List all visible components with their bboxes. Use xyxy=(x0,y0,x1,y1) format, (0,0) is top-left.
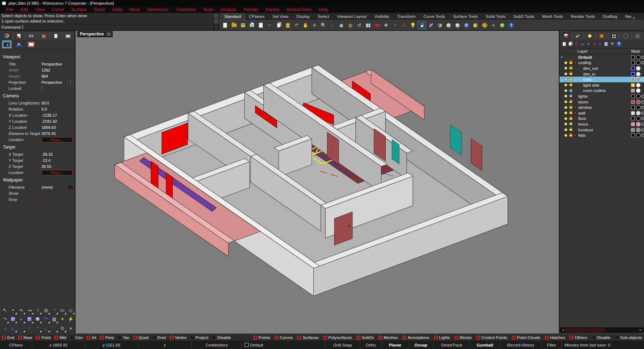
bulb-icon[interactable] xyxy=(564,111,567,115)
osnap-tan[interactable]: Tan xyxy=(118,335,130,340)
lock-icon[interactable] xyxy=(569,112,572,114)
tab-subd-tools[interactable]: SubD Tools xyxy=(509,13,538,20)
bulb-icon[interactable] xyxy=(564,89,567,92)
undo-view-icon[interactable]: ↺ xyxy=(355,21,363,29)
tab-render-tools[interactable]: Render Tools xyxy=(567,13,599,20)
layer-row-doors[interactable]: doors C xyxy=(560,99,644,105)
move-layer-down-button[interactable]: ▼ xyxy=(587,42,590,46)
layer-color-swatch[interactable] xyxy=(631,55,635,59)
current-layer-button[interactable]: Default xyxy=(242,341,326,349)
lock-icon[interactable] xyxy=(569,129,572,131)
loft-icon[interactable]: ◠ xyxy=(42,315,50,324)
zoom-window-icon[interactable]: ◌ xyxy=(328,21,336,29)
curve-edit-icon[interactable]: ↷ xyxy=(1,315,9,324)
lock-icon[interactable] xyxy=(569,89,572,92)
osnap-quad[interactable]: Quad xyxy=(133,335,148,340)
prop-row-zloc[interactable]: Z Location 1859.63 xyxy=(9,124,75,130)
display-tab[interactable] xyxy=(62,32,74,40)
new-layer-button[interactable] xyxy=(562,42,566,46)
tab-select[interactable]: Select xyxy=(314,13,333,20)
layer-color-swatch[interactable] xyxy=(631,83,635,87)
delete-layer-button[interactable]: ✕ xyxy=(574,41,578,47)
trim-icon[interactable]: ◢ xyxy=(1,324,9,333)
material-swatch[interactable] xyxy=(636,122,640,126)
menu-analyze[interactable]: Analyze xyxy=(217,7,239,13)
layer-row-furniture[interactable]: furniture C xyxy=(560,127,644,133)
lights-tab[interactable] xyxy=(584,32,596,40)
fillet-icon[interactable]: ◜ xyxy=(34,324,42,333)
tab-display[interactable]: Display xyxy=(292,13,314,20)
layer-column[interactable]: Layer xyxy=(577,49,631,53)
circle-icon[interactable]: ○ xyxy=(34,306,42,315)
planar-toggle[interactable]: Planar xyxy=(382,341,409,349)
camera-place-button[interactable]: Place... xyxy=(42,137,73,142)
tab-standard[interactable]: Standard xyxy=(220,13,245,20)
viewport-dropdown-icon[interactable]: ▼ xyxy=(106,33,111,36)
osnap-cen[interactable]: Cen xyxy=(70,335,83,340)
osnap-int[interactable]: Int xyxy=(87,335,96,340)
menu-dimension[interactable]: Dimension xyxy=(144,7,172,13)
tab-curve-tools[interactable]: Curve Tools xyxy=(420,13,449,20)
prop-row-projection[interactable]: Projection Perspective ▼ xyxy=(9,79,75,85)
point-group-icon[interactable]: ⁘ xyxy=(17,324,25,333)
layer-row-fence[interactable]: fence C xyxy=(560,121,644,127)
rectangle-icon[interactable]: ▭ xyxy=(58,306,67,315)
grasshopper-icon[interactable] xyxy=(498,21,506,29)
filter-point-clouds[interactable]: Point Clouds xyxy=(512,335,540,340)
draw-order-button[interactable] xyxy=(14,40,24,48)
ghosted-display-icon[interactable] xyxy=(445,21,453,29)
surface-cp-icon[interactable] xyxy=(9,315,17,324)
paste-icon[interactable] xyxy=(284,21,292,29)
tab-cplanes[interactable]: CPlanes xyxy=(245,13,268,20)
layer-row-floor[interactable]: floor C xyxy=(560,116,644,122)
filter-toggle[interactable]: Filter xyxy=(542,341,562,349)
tab-set-view[interactable]: Set View xyxy=(268,13,292,20)
shaded-display-icon[interactable] xyxy=(427,21,435,29)
move-icon[interactable]: ✥ xyxy=(382,21,390,29)
wallpaper-browse-button[interactable]: ... xyxy=(68,185,73,190)
select-arrow-icon[interactable]: ↖ xyxy=(1,306,9,315)
layer-row-lights[interactable]: lights C xyxy=(560,93,644,99)
layer-row-dim-out[interactable]: dim_out xyxy=(560,66,644,71)
point-icon[interactable]: • xyxy=(9,306,17,315)
match-layer-button[interactable] xyxy=(604,42,608,46)
print-icon[interactable] xyxy=(248,21,256,29)
layer-color-swatch[interactable] xyxy=(631,128,635,132)
viewport-properties-button[interactable] xyxy=(2,40,11,48)
ellipse-icon[interactable]: ◎ xyxy=(42,306,50,315)
mesh-box-icon[interactable]: ▦ xyxy=(50,315,58,324)
menu-panels[interactable]: Panels xyxy=(262,7,282,13)
command-options-button[interactable]: v xyxy=(214,19,219,24)
panel-settings-tab[interactable] xyxy=(632,32,643,40)
projection-dropdown-button[interactable]: ▼ xyxy=(68,80,73,85)
zoom-dynamic-icon[interactable]: 🔍 xyxy=(319,21,327,29)
filter-others[interactable]: Others xyxy=(570,335,587,340)
bulb-icon[interactable] xyxy=(564,122,567,126)
prop-row-title[interactable]: Title Perspective xyxy=(9,61,75,67)
bulb-icon[interactable] xyxy=(564,83,567,87)
filter-disable[interactable]: Disable xyxy=(592,335,610,340)
prop-row-disttarget[interactable]: Distance to Target 3079.45 xyxy=(9,130,75,136)
options-gear-icon[interactable] xyxy=(480,21,488,29)
layer-color-swatch[interactable] xyxy=(631,89,635,92)
menu-render[interactable]: Render xyxy=(240,7,262,13)
filter-blocks[interactable]: Blocks xyxy=(455,335,472,340)
material-swatch[interactable] xyxy=(636,128,640,132)
command-prompt[interactable]: Command: xyxy=(1,24,212,30)
material-column[interactable]: Mate xyxy=(631,49,644,53)
named-view-car-icon[interactable] xyxy=(373,21,381,29)
command-history-area[interactable]: Select objects to show. Press Enter when… xyxy=(0,13,213,30)
polygon-icon[interactable]: ◇ xyxy=(67,306,75,315)
scroll-right-icon[interactable]: ▶ xyxy=(638,329,643,331)
collapse-button[interactable]: ◀ xyxy=(593,42,596,46)
layer-row-cealing[interactable]: cealing C xyxy=(560,60,644,66)
scroll-left-icon[interactable]: ◀ xyxy=(561,329,565,331)
tab-transform[interactable]: Transform xyxy=(393,13,420,20)
lock-icon[interactable] xyxy=(569,73,572,75)
artistic-display-icon[interactable] xyxy=(472,21,479,29)
layers-tab-left[interactable] xyxy=(13,32,25,40)
command-scroll-arrows[interactable]: ▲▼ xyxy=(215,24,218,30)
filter-control-points[interactable]: Control Points xyxy=(477,335,507,340)
osnap-knot[interactable]: Knot xyxy=(152,335,166,340)
bulb-icon[interactable] xyxy=(564,94,567,98)
